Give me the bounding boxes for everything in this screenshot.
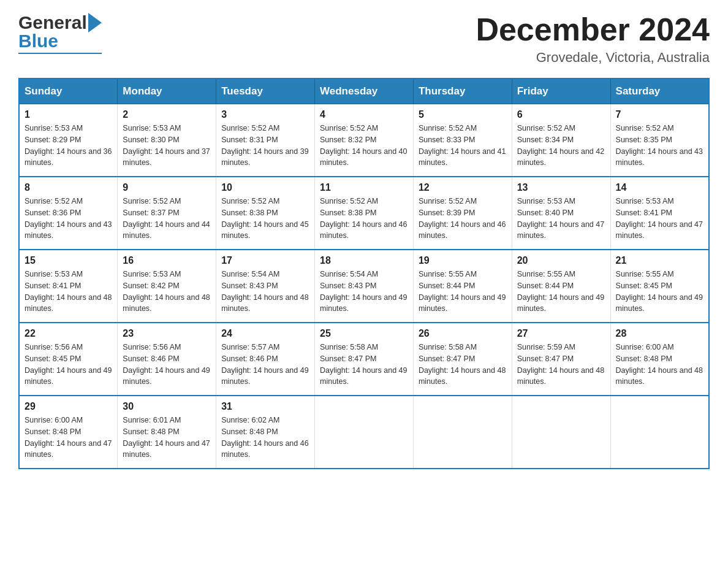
day-info: Sunrise: 5:52 AMSunset: 8:37 PMDaylight:… [123,197,210,240]
day-number: 3 [221,109,309,120]
day-number: 18 [320,255,408,266]
day-info: Sunrise: 5:52 AMSunset: 8:38 PMDaylight:… [221,197,308,240]
location-text: Grovedale, Victoria, Australia [476,50,710,66]
day-number: 31 [221,401,309,412]
calendar-cell [512,396,610,469]
day-number: 30 [123,401,211,412]
calendar-cell: 28 Sunrise: 6:00 AMSunset: 8:48 PMDaylig… [610,323,709,396]
calendar-cell: 10 Sunrise: 5:52 AMSunset: 8:38 PMDaylig… [216,177,315,250]
calendar-cell: 26 Sunrise: 5:58 AMSunset: 8:47 PMDaylig… [413,323,512,396]
day-info: Sunrise: 5:52 AMSunset: 8:32 PMDaylight:… [320,124,407,167]
calendar-table: SundayMondayTuesdayWednesdayThursdayFrid… [18,78,710,469]
calendar-cell [413,396,512,469]
logo-underline [18,53,102,54]
day-number: 12 [419,182,507,193]
day-info: Sunrise: 5:53 AMSunset: 8:29 PMDaylight:… [25,124,112,167]
day-number: 22 [25,328,112,339]
calendar-cell: 31 Sunrise: 6:02 AMSunset: 8:48 PMDaylig… [216,396,315,469]
calendar-cell: 9 Sunrise: 5:52 AMSunset: 8:37 PMDayligh… [118,177,216,250]
day-info: Sunrise: 5:57 AMSunset: 8:46 PMDaylight:… [221,343,308,386]
day-number: 14 [616,182,703,193]
calendar-week-row: 15 Sunrise: 5:53 AMSunset: 8:41 PMDaylig… [19,250,709,323]
calendar-header-monday: Monday [118,79,216,104]
calendar-header-thursday: Thursday [413,79,512,104]
page-header: General Blue December 2024 Grovedale, Vi… [18,12,710,66]
day-info: Sunrise: 5:55 AMSunset: 8:45 PMDaylight:… [616,270,703,313]
day-number: 26 [419,328,507,339]
calendar-cell: 8 Sunrise: 5:52 AMSunset: 8:36 PMDayligh… [19,177,118,250]
day-number: 2 [123,109,211,120]
day-info: Sunrise: 5:58 AMSunset: 8:47 PMDaylight:… [320,343,407,386]
day-number: 10 [221,182,309,193]
calendar-cell: 17 Sunrise: 5:54 AMSunset: 8:43 PMDaylig… [216,250,315,323]
day-info: Sunrise: 5:52 AMSunset: 8:33 PMDaylight:… [419,124,506,167]
calendar-header-saturday: Saturday [610,79,709,104]
day-info: Sunrise: 5:52 AMSunset: 8:38 PMDaylight:… [320,197,407,240]
day-number: 4 [320,109,408,120]
calendar-week-row: 8 Sunrise: 5:52 AMSunset: 8:36 PMDayligh… [19,177,709,250]
calendar-week-row: 22 Sunrise: 5:56 AMSunset: 8:45 PMDaylig… [19,323,709,396]
day-number: 28 [616,328,703,339]
calendar-header-sunday: Sunday [19,79,118,104]
day-info: Sunrise: 5:56 AMSunset: 8:46 PMDaylight:… [123,343,210,386]
day-number: 29 [25,401,112,412]
calendar-cell: 27 Sunrise: 5:59 AMSunset: 8:47 PMDaylig… [512,323,610,396]
day-info: Sunrise: 5:53 AMSunset: 8:41 PMDaylight:… [616,197,703,240]
calendar-cell: 3 Sunrise: 5:52 AMSunset: 8:31 PMDayligh… [216,104,315,177]
logo-blue-text: Blue [18,31,58,52]
calendar-week-row: 29 Sunrise: 6:00 AMSunset: 8:48 PMDaylig… [19,396,709,469]
day-info: Sunrise: 5:55 AMSunset: 8:44 PMDaylight:… [517,270,604,313]
calendar-header-friday: Friday [512,79,610,104]
logo-general-text: General [18,12,87,33]
calendar-cell: 14 Sunrise: 5:53 AMSunset: 8:41 PMDaylig… [610,177,709,250]
day-number: 19 [419,255,507,266]
day-info: Sunrise: 5:52 AMSunset: 8:39 PMDaylight:… [419,197,506,240]
day-number: 17 [221,255,309,266]
day-number: 9 [123,182,211,193]
day-info: Sunrise: 6:00 AMSunset: 8:48 PMDaylight:… [616,343,703,386]
day-number: 25 [320,328,408,339]
day-number: 23 [123,328,211,339]
calendar-cell: 29 Sunrise: 6:00 AMSunset: 8:48 PMDaylig… [19,396,118,469]
day-info: Sunrise: 5:53 AMSunset: 8:42 PMDaylight:… [123,270,210,313]
calendar-cell: 16 Sunrise: 5:53 AMSunset: 8:42 PMDaylig… [118,250,216,323]
calendar-cell: 20 Sunrise: 5:55 AMSunset: 8:44 PMDaylig… [512,250,610,323]
day-number: 6 [517,109,605,120]
day-number: 8 [25,182,112,193]
day-info: Sunrise: 5:53 AMSunset: 8:41 PMDaylight:… [25,270,112,313]
calendar-cell: 12 Sunrise: 5:52 AMSunset: 8:39 PMDaylig… [413,177,512,250]
day-number: 24 [221,328,309,339]
day-number: 1 [25,109,112,120]
day-info: Sunrise: 5:53 AMSunset: 8:30 PMDaylight:… [123,124,210,167]
day-info: Sunrise: 5:52 AMSunset: 8:36 PMDaylight:… [25,197,112,240]
calendar-cell: 13 Sunrise: 5:53 AMSunset: 8:40 PMDaylig… [512,177,610,250]
calendar-cell: 22 Sunrise: 5:56 AMSunset: 8:45 PMDaylig… [19,323,118,396]
calendar-cell: 25 Sunrise: 5:58 AMSunset: 8:47 PMDaylig… [315,323,414,396]
day-info: Sunrise: 5:52 AMSunset: 8:35 PMDaylight:… [616,124,703,167]
day-number: 27 [517,328,605,339]
day-number: 21 [616,255,703,266]
calendar-cell: 21 Sunrise: 5:55 AMSunset: 8:45 PMDaylig… [610,250,709,323]
calendar-cell: 1 Sunrise: 5:53 AMSunset: 8:29 PMDayligh… [19,104,118,177]
logo-triangle-icon [88,13,102,33]
calendar-cell: 11 Sunrise: 5:52 AMSunset: 8:38 PMDaylig… [315,177,414,250]
calendar-cell [610,396,709,469]
day-info: Sunrise: 5:54 AMSunset: 8:43 PMDaylight:… [320,270,407,313]
calendar-cell [315,396,414,469]
calendar-cell: 30 Sunrise: 6:01 AMSunset: 8:48 PMDaylig… [118,396,216,469]
calendar-cell: 19 Sunrise: 5:55 AMSunset: 8:44 PMDaylig… [413,250,512,323]
day-number: 20 [517,255,605,266]
day-number: 13 [517,182,605,193]
calendar-week-row: 1 Sunrise: 5:53 AMSunset: 8:29 PMDayligh… [19,104,709,177]
calendar-cell: 4 Sunrise: 5:52 AMSunset: 8:32 PMDayligh… [315,104,414,177]
logo: General Blue [18,12,102,54]
calendar-cell: 18 Sunrise: 5:54 AMSunset: 8:43 PMDaylig… [315,250,414,323]
day-info: Sunrise: 6:00 AMSunset: 8:48 PMDaylight:… [25,416,112,459]
day-info: Sunrise: 5:55 AMSunset: 8:44 PMDaylight:… [419,270,506,313]
calendar-cell: 15 Sunrise: 5:53 AMSunset: 8:41 PMDaylig… [19,250,118,323]
calendar-cell: 6 Sunrise: 5:52 AMSunset: 8:34 PMDayligh… [512,104,610,177]
day-number: 5 [419,109,507,120]
calendar-header-row: SundayMondayTuesdayWednesdayThursdayFrid… [19,79,709,104]
day-number: 7 [616,109,703,120]
calendar-header-wednesday: Wednesday [315,79,414,104]
